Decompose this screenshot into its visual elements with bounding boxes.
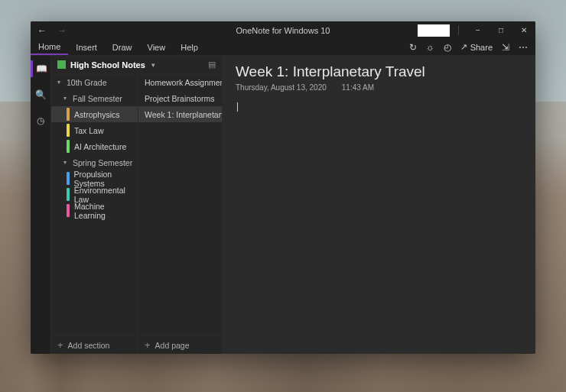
chevron-down-icon: ▾ [57,79,65,86]
page-time[interactable]: 11:43 AM [342,83,374,92]
app-window: ← → OneNote for Windows 10 − □ ✕ HomeIns… [31,21,535,354]
page-title[interactable]: Week 1: Interplanetary Travel [236,63,522,80]
plus-icon: + [145,339,151,351]
text-cursor [237,102,238,112]
section-item[interactable]: Tax Law [51,122,138,138]
notebook-header[interactable]: High School Notes ▾ ▤ [51,56,222,74]
titlebar: ← → OneNote for Windows 10 − □ ✕ [31,21,535,39]
maximize-button[interactable]: □ [490,21,512,39]
section-subgroup[interactable]: ▾Fall Semester [51,90,138,106]
chevron-down-icon: ▾ [63,95,71,102]
fullscreen-icon[interactable]: ⇲ [502,42,509,53]
section-color-bar [67,172,70,185]
plus-icon: + [57,339,63,351]
sync-icon[interactable]: ↻ [409,42,417,53]
share-button[interactable]: ↗ Share [460,42,493,52]
section-label: Tax Law [74,126,104,135]
rail-search[interactable]: 🔍 [31,86,51,103]
notebook-color-icon [57,60,66,69]
back-button[interactable]: ← [37,25,47,36]
page-item[interactable]: Project Brainstorms [138,90,222,106]
editor-canvas[interactable]: Week 1: Interplanetary Travel Thursday, … [222,56,535,354]
bulb-icon[interactable]: ☼ [426,42,434,53]
page-date[interactable]: Thursday, August 13, 2020 [236,83,327,92]
app-title: OneNote for Windows 10 [31,26,535,35]
forward-button[interactable]: → [57,25,67,36]
section-group[interactable]: ▾10th Grade [51,74,138,90]
menu-home[interactable]: Home [31,39,68,55]
add-section-button[interactable]: + Add section [51,335,138,354]
share-icon: ↗ [460,42,467,52]
add-page-button[interactable]: + Add page [138,335,222,354]
section-item[interactable]: Machine Learning [51,202,138,219]
rail-notebooks[interactable]: 📖 [31,60,51,77]
section-color-bar [67,140,70,153]
section-color-bar [67,188,70,201]
section-color-bar [67,124,70,137]
menubar: HomeInsertDrawViewHelp ↻ ☼ ◴ ↗ Share ⇲ ⋯ [31,39,535,56]
bell-icon[interactable]: ◴ [444,42,451,53]
minimize-button[interactable]: − [467,21,490,39]
section-label: Astrophysics [74,110,120,119]
section-subgroup[interactable]: ▾Spring Semester [51,154,138,170]
chevron-down-icon: ▾ [151,61,155,69]
menu-help[interactable]: Help [173,39,206,55]
section-item[interactable]: Propulsion Systems [51,170,138,186]
menu-insert[interactable]: Insert [68,39,105,55]
search-input[interactable] [418,24,450,37]
section-label: Machine Learning [74,202,138,220]
close-button[interactable]: ✕ [512,21,535,39]
menu-view[interactable]: View [140,39,174,55]
rail-recent[interactable]: ◷ [31,112,51,129]
pages-panel: Homework AssignmentsProject BrainstormsW… [138,74,222,354]
menu-draw[interactable]: Draw [105,39,140,55]
section-color-bar [67,204,70,217]
immersive-reader-icon[interactable]: ▤ [208,60,216,70]
section-item[interactable]: AI Architecture [51,138,138,154]
sections-panel: ▾10th Grade▾Fall SemesterAstrophysicsTax… [51,74,138,354]
left-rail: 📖 🔍 ◷ [31,56,51,354]
section-color-bar [67,108,70,121]
more-icon[interactable]: ⋯ [519,42,528,53]
section-item[interactable]: Astrophysics [51,106,138,122]
page-item[interactable]: Week 1: Interplanetary... [138,106,222,122]
section-label: AI Architecture [74,142,126,151]
chevron-down-icon: ▾ [63,159,71,166]
section-item[interactable]: Environmental Law [51,186,138,202]
page-item[interactable]: Homework Assignments [138,74,222,90]
